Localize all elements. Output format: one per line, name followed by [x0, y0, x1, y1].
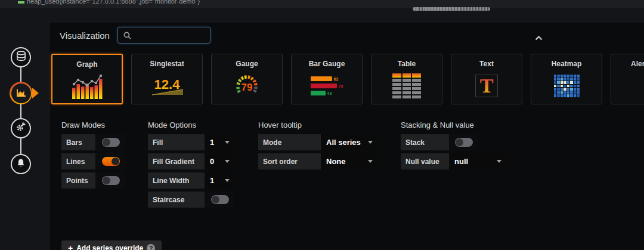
option-label: Bars [61, 134, 95, 150]
section-title: Draw Modes [61, 121, 125, 129]
chevron-down-icon [368, 141, 373, 144]
viz-card-title: Singlestat [150, 60, 184, 68]
points-toggle[interactable] [102, 176, 120, 185]
series-color-swatch [18, 1, 24, 4]
alert-list-icon: ♥♥♥♥ [611, 68, 644, 104]
section-stacking-null: Stacking & Null value Stack Null value n… [401, 121, 506, 169]
line-width-select[interactable]: 1 [205, 172, 234, 189]
viz-card-singlestat[interactable]: Singlestat 12.4 [131, 54, 203, 104]
graph-icon [52, 69, 122, 103]
panel-resize-handle[interactable] [413, 7, 490, 11]
chevron-down-icon [225, 141, 230, 144]
chevron-down-icon [497, 160, 501, 163]
heatmap-icon [531, 68, 602, 104]
tooltip-mode-select[interactable]: All series [321, 134, 377, 150]
option-row-line-width: Line Width 1 [148, 172, 234, 189]
option-label: Points [61, 172, 95, 189]
viz-card-title: Table [398, 60, 416, 68]
svg-text:79: 79 [242, 82, 253, 93]
stack-toggle[interactable] [455, 138, 473, 147]
viz-card-table[interactable]: Table [371, 54, 442, 104]
lines-toggle[interactable] [102, 157, 120, 166]
singlestat-icon: 12.4 [132, 68, 202, 104]
viz-card-bar-gauge[interactable]: Bar Gauge 62 76 43 [291, 54, 363, 104]
option-row-lines: Lines [61, 153, 125, 169]
option-label: Stack [401, 134, 449, 150]
bell-icon [16, 158, 26, 171]
section-mode-options: Mode Options Fill 1 Fill Gradient 0 Line… [148, 121, 234, 208]
option-row-bars: Bars [61, 134, 125, 150]
svg-text:T: T [480, 75, 494, 97]
gauge-icon: 79 [212, 68, 282, 104]
option-row-mode: Mode All series [258, 134, 377, 150]
tab-connector-line [20, 57, 21, 165]
option-label: Fill [148, 134, 205, 150]
fill-select[interactable]: 1 [205, 134, 234, 150]
option-row-staircase: Staircase [148, 192, 234, 208]
viz-card-title: Heatmap [552, 60, 582, 68]
section-title: Hover tooltip [258, 121, 377, 129]
section-draw-modes: Draw Modes Bars Lines Points [61, 121, 125, 189]
option-label: Lines [61, 153, 95, 169]
option-label: Line Width [148, 172, 205, 189]
viz-search-input[interactable] [135, 31, 205, 40]
section-title: Mode Options [148, 121, 234, 129]
text-icon: T [451, 68, 522, 104]
add-series-override-button[interactable]: + Add series override ? [61, 240, 162, 250]
null-value-select[interactable]: null [450, 153, 506, 169]
bar-gauge-bar: 62 [311, 76, 343, 81]
option-label: Fill Gradient [148, 153, 205, 169]
viz-card-graph[interactable]: Graph [51, 54, 123, 104]
active-tab-arrow [32, 88, 39, 98]
add-series-override-label: Add series override [76, 244, 143, 250]
bar-gauge-bar: 43 [311, 91, 343, 95]
tab-visualization[interactable] [10, 82, 32, 104]
viz-card-gauge[interactable]: Gauge 79 [211, 54, 283, 104]
help-icon[interactable]: ? [147, 244, 155, 250]
viz-card-heatmap[interactable]: Heatmap [531, 54, 602, 104]
tab-alert[interactable] [11, 154, 31, 174]
bars-toggle[interactable] [102, 138, 120, 147]
option-label: Null value [401, 153, 449, 169]
viz-card-title: Text [479, 60, 494, 68]
collapse-section-button[interactable] [535, 32, 543, 43]
option-label: Mode [258, 134, 321, 150]
visualization-editor-panel: Visualization Graph [50, 23, 644, 250]
viz-type-picker: Graph [51, 54, 644, 104]
viz-search-box[interactable] [117, 27, 210, 44]
viz-card-title: Gauge [236, 60, 258, 68]
viz-card-title: Bar Gauge [309, 60, 345, 68]
svg-text:12.4: 12.4 [154, 77, 181, 92]
viz-card-title: Alert List [631, 60, 644, 68]
graph-legend-strip: heap_used{instance="127.0.0.1:8888",job=… [0, 0, 644, 8]
option-row-fill-gradient: Fill Gradient 0 [148, 153, 234, 169]
option-row-null-value: Null value null [401, 153, 506, 169]
database-icon [16, 51, 26, 64]
gear-wrench-icon [16, 122, 26, 135]
option-row-stack: Stack [401, 134, 506, 150]
table-icon [371, 68, 442, 104]
section-title: Stacking & Null value [401, 121, 506, 129]
viz-card-alert-list[interactable]: Alert List ♥♥♥♥ [611, 54, 644, 104]
sort-order-select[interactable]: None [321, 153, 377, 169]
option-label: Sort order [258, 153, 321, 169]
chevron-down-icon [225, 160, 230, 163]
option-row-sort-order: Sort order None [258, 153, 377, 169]
viz-card-text[interactable]: Text T [451, 54, 522, 104]
plus-icon: + [68, 243, 73, 250]
chevron-down-icon [368, 160, 373, 163]
staircase-toggle[interactable] [211, 195, 229, 204]
section-hover-tooltip: Hover tooltip Mode All series Sort order… [258, 121, 377, 169]
series-legend-label[interactable]: heap_used{instance="127.0.0.1:8888",job=… [27, 0, 200, 5]
viz-card-title: Graph [76, 60, 97, 69]
area-chart-icon [11, 84, 31, 103]
tab-queries[interactable] [11, 47, 31, 67]
chevron-down-icon [225, 179, 230, 182]
tab-general[interactable] [11, 118, 31, 138]
fill-gradient-select[interactable]: 0 [205, 153, 234, 169]
option-label: Staircase [148, 192, 205, 208]
search-icon [123, 32, 131, 39]
bar-gauge-bar: 76 [311, 84, 343, 88]
panel-section-title: Visualization [60, 30, 110, 41]
bar-gauge-icon: 62 76 43 [292, 68, 362, 104]
